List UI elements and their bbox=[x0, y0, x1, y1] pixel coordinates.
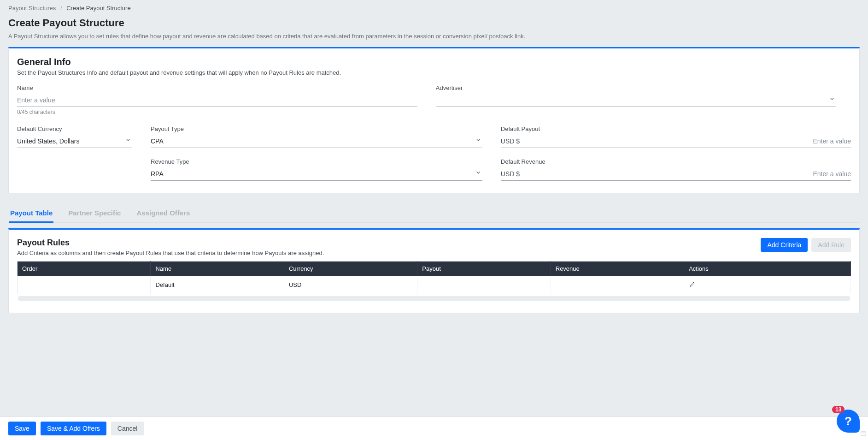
name-input[interactable] bbox=[17, 96, 417, 104]
tab-assigned-offers[interactable]: Assigned Offers bbox=[135, 204, 191, 223]
col-currency: Currency bbox=[284, 262, 417, 276]
cell-currency: USD bbox=[284, 276, 417, 294]
chevron-down-icon bbox=[475, 169, 481, 178]
default-payout-label: Default Payout bbox=[501, 125, 851, 132]
help-fab[interactable]: 13 ? bbox=[837, 410, 860, 433]
default-currency-label: Default Currency bbox=[17, 125, 132, 132]
general-info-title: General Info bbox=[17, 57, 851, 67]
add-criteria-button[interactable]: Add Criteria bbox=[761, 238, 808, 252]
cell-payout bbox=[417, 276, 551, 294]
cell-order bbox=[18, 276, 151, 294]
breadcrumb-current: Create Payout Structure bbox=[66, 5, 130, 12]
name-helper: 0/45 characters bbox=[17, 109, 417, 115]
add-rule-button[interactable]: Add Rule bbox=[811, 238, 851, 252]
general-info-panel: General Info Set the Payout Structures I… bbox=[8, 47, 860, 193]
name-label: Name bbox=[17, 84, 417, 91]
default-revenue-prefix: USD $ bbox=[501, 170, 520, 178]
breadcrumb-parent-link[interactable]: Payout Structures bbox=[8, 5, 56, 12]
advertiser-input[interactable] bbox=[436, 96, 836, 104]
col-payout: Payout bbox=[417, 262, 551, 276]
resize-corner-icon bbox=[860, 430, 867, 439]
page-description: A Payout Structure allows you to set rul… bbox=[8, 33, 860, 40]
advertiser-select[interactable] bbox=[436, 94, 836, 107]
cancel-button[interactable]: Cancel bbox=[111, 422, 144, 435]
revenue-type-select[interactable]: RPA bbox=[151, 168, 482, 181]
action-bar: Save Save & Add Offers Cancel bbox=[0, 416, 868, 440]
payout-rules-title: Payout Rules bbox=[17, 238, 324, 248]
chevron-down-icon bbox=[475, 137, 481, 145]
svg-rect-0 bbox=[861, 432, 866, 435]
cell-revenue bbox=[551, 276, 684, 294]
default-revenue-input[interactable] bbox=[524, 170, 851, 178]
payout-type-label: Payout Type bbox=[151, 125, 482, 132]
page-title: Create Payout Structure bbox=[8, 17, 860, 29]
tabs: Payout Table Partner Specific Assigned O… bbox=[8, 204, 860, 223]
advertiser-label: Advertiser bbox=[436, 84, 836, 91]
col-order: Order bbox=[18, 262, 151, 276]
cell-name: Default bbox=[151, 276, 284, 294]
default-currency-value: United States, Dollars bbox=[17, 137, 79, 145]
tab-partner-specific[interactable]: Partner Specific bbox=[67, 204, 122, 223]
col-name: Name bbox=[151, 262, 284, 276]
breadcrumb-separator: / bbox=[60, 5, 62, 12]
edit-icon[interactable] bbox=[689, 282, 696, 289]
default-currency-select[interactable]: United States, Dollars bbox=[17, 135, 132, 148]
general-info-subtitle: Set the Payout Structures Info and defau… bbox=[17, 69, 851, 76]
default-payout-prefix: USD $ bbox=[501, 137, 520, 145]
breadcrumb: Payout Structures / Create Payout Struct… bbox=[8, 5, 860, 12]
default-payout-input[interactable] bbox=[524, 137, 851, 145]
help-icon: ? bbox=[845, 414, 852, 428]
horizontal-scrollbar[interactable] bbox=[18, 296, 850, 301]
payout-rules-table: Order Name Currency Payout Revenue Actio… bbox=[17, 261, 851, 294]
chevron-down-icon bbox=[125, 137, 131, 145]
revenue-type-label: Revenue Type bbox=[151, 158, 482, 165]
revenue-type-value: RPA bbox=[151, 170, 164, 178]
tab-payout-table[interactable]: Payout Table bbox=[9, 204, 53, 223]
cell-actions bbox=[684, 276, 851, 294]
save-button[interactable]: Save bbox=[8, 422, 36, 435]
table-row: Default USD bbox=[18, 276, 851, 294]
help-badge: 13 bbox=[832, 406, 845, 413]
payout-type-select[interactable]: CPA bbox=[151, 135, 482, 148]
payout-rules-panel: Payout Rules Add Criteria as columns and… bbox=[8, 228, 860, 313]
save-add-offers-button[interactable]: Save & Add Offers bbox=[41, 422, 106, 435]
default-revenue-label: Default Revenue bbox=[501, 158, 851, 165]
payout-type-value: CPA bbox=[151, 137, 164, 145]
col-actions: Actions bbox=[684, 262, 851, 276]
payout-rules-subtitle: Add Criteria as columns and then create … bbox=[17, 250, 324, 256]
col-revenue: Revenue bbox=[551, 262, 684, 276]
